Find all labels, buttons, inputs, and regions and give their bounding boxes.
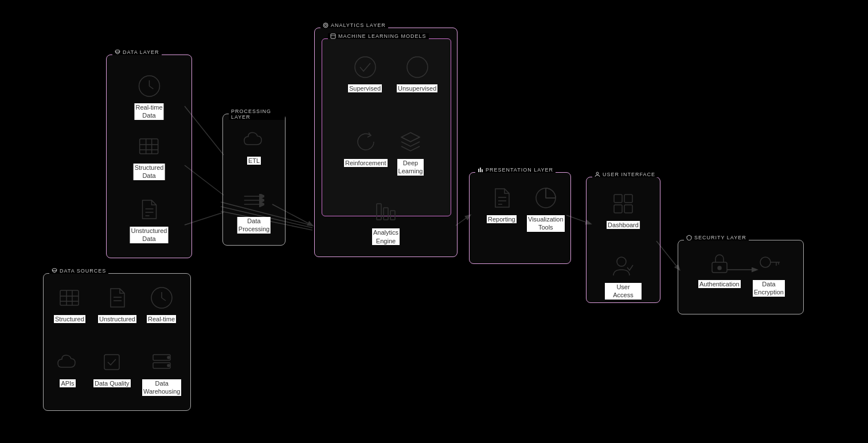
src-document-icon: [103, 284, 131, 312]
document-icon: [135, 196, 163, 223]
presentation-layer-box: PRESENTATION LAYER Reporting: [469, 172, 571, 264]
security-layer-label: SECURITY LAYER: [684, 235, 749, 240]
src-clock-icon: [148, 284, 175, 312]
cloud-icon: [240, 126, 268, 153]
data-encryption-node: DataEncryption: [753, 249, 785, 297]
authentication-node: Authentication: [698, 249, 741, 288]
data-processing-label: DataProcessing: [237, 217, 271, 234]
dashboard-node: Dashboard: [607, 190, 640, 229]
analytics-engine-node: AnalyticsEngine: [372, 197, 400, 245]
doc-lines-icon: [488, 184, 515, 212]
deep-learning-label: DeepLearning: [397, 159, 424, 176]
reinforcement-node: Reinforcement: [344, 128, 388, 167]
user-interface-box: USER INTERFACE Dashboard: [586, 177, 660, 303]
processing-layer-label: PROCESSING LAYER: [229, 108, 285, 120]
src-structured-label: Structured: [54, 315, 85, 323]
reporting-label: Reporting: [487, 215, 517, 223]
src-realtime-node: Real-time: [147, 284, 176, 323]
user-check-icon: [609, 252, 637, 279]
analytics-engine-label: AnalyticsEngine: [372, 228, 400, 245]
visualization-tools-label: VisualizationTools: [527, 215, 565, 232]
refresh-icon: [352, 128, 380, 156]
src-warehousing-node: DataWarehousing: [142, 348, 181, 396]
svg-point-11: [115, 50, 120, 52]
structured-data-node: StructuredData: [134, 133, 165, 180]
layers-icon: [397, 128, 424, 156]
svg-point-26: [323, 23, 328, 28]
check-circle-icon: [351, 53, 379, 81]
svg-point-72: [167, 364, 170, 367]
svg-line-14: [149, 86, 153, 89]
realtime-data-label: Real-timeData: [134, 103, 163, 120]
etl-node: ETL: [240, 126, 268, 165]
src-checkmark-icon: [98, 348, 126, 376]
svg-rect-47: [624, 195, 632, 203]
svg-point-45: [596, 172, 599, 174]
svg-point-31: [407, 57, 428, 77]
svg-rect-49: [624, 205, 632, 213]
svg-rect-35: [390, 211, 395, 220]
bars-icon: [372, 197, 400, 225]
src-realtime-label: Real-time: [147, 315, 176, 323]
svg-line-4: [456, 215, 470, 226]
supervised-node: Supervised: [348, 53, 382, 92]
svg-point-30: [355, 57, 376, 77]
user-access-label: User Access: [605, 283, 642, 300]
svg-rect-46: [614, 195, 622, 203]
src-quality-node: Data Quality: [93, 348, 131, 387]
svg-rect-58: [60, 290, 79, 305]
unsupervised-node: Unsupervised: [397, 53, 437, 92]
structured-data-label: StructuredData: [134, 164, 165, 180]
data-sources-label: DATA SOURCES: [49, 268, 108, 274]
processing-layer-box: PROCESSING LAYER ETL: [222, 114, 286, 246]
src-table-icon: [56, 284, 83, 312]
supervised-label: Supervised: [348, 84, 382, 92]
visualization-tools-node: VisualizationTools: [527, 184, 565, 232]
etl-label: ETL: [247, 157, 261, 165]
presentation-layer-label: PRESENTATION LAYER: [475, 167, 556, 173]
svg-rect-15: [140, 139, 158, 154]
reporting-node: Reporting: [487, 184, 517, 223]
src-unstructured-label: Unstructured: [98, 315, 136, 323]
svg-rect-36: [478, 169, 479, 172]
deep-learning-node: DeepLearning: [397, 128, 424, 176]
src-structured-node: Structured: [54, 284, 85, 323]
data-processing-node: DataProcessing: [237, 186, 271, 234]
user-access-node: User Access: [605, 252, 642, 300]
src-apis-node: APIs: [54, 348, 81, 387]
realtime-data-node: Real-timeData: [134, 72, 163, 120]
src-server-icon: [148, 348, 175, 376]
diagram-canvas: DATA LAYER Real-timeData: [0, 0, 868, 443]
grid-icon: [609, 190, 637, 217]
authentication-label: Authentication: [698, 280, 741, 288]
svg-point-27: [324, 24, 327, 26]
svg-rect-38: [482, 169, 483, 172]
svg-rect-37: [480, 168, 481, 172]
arrows-icon: [240, 186, 268, 213]
svg-rect-33: [377, 204, 381, 220]
svg-point-50: [617, 257, 626, 266]
pie-chart-icon: [532, 184, 560, 212]
svg-point-57: [52, 269, 57, 271]
svg-rect-48: [614, 205, 622, 213]
unstructured-data-node: UnstructuredData: [130, 196, 169, 243]
data-layer-box: DATA LAYER Real-timeData: [106, 55, 192, 258]
svg-point-71: [167, 356, 170, 359]
analytics-layer-box: ANALYTICS LAYER MACHINE LEARNING MODELS …: [314, 28, 458, 257]
data-sources-box: DATA SOURCES Structured: [43, 273, 191, 411]
table-icon: [135, 133, 163, 160]
data-encryption-label: DataEncryption: [753, 280, 785, 297]
svg-rect-34: [384, 208, 388, 220]
lock-icon: [706, 249, 733, 277]
svg-rect-68: [104, 355, 119, 370]
ml-models-label: MACHINE LEARNING MODELS: [328, 33, 429, 39]
dashboard-label: Dashboard: [607, 221, 640, 229]
reinforcement-label: Reinforcement: [344, 159, 388, 167]
svg-line-67: [162, 298, 166, 301]
svg-rect-28: [331, 34, 335, 38]
clock-icon: [135, 72, 163, 100]
src-quality-label: Data Quality: [93, 379, 131, 387]
key-icon: [755, 249, 783, 277]
svg-marker-32: [401, 133, 420, 142]
src-cloud-icon: [54, 348, 81, 376]
